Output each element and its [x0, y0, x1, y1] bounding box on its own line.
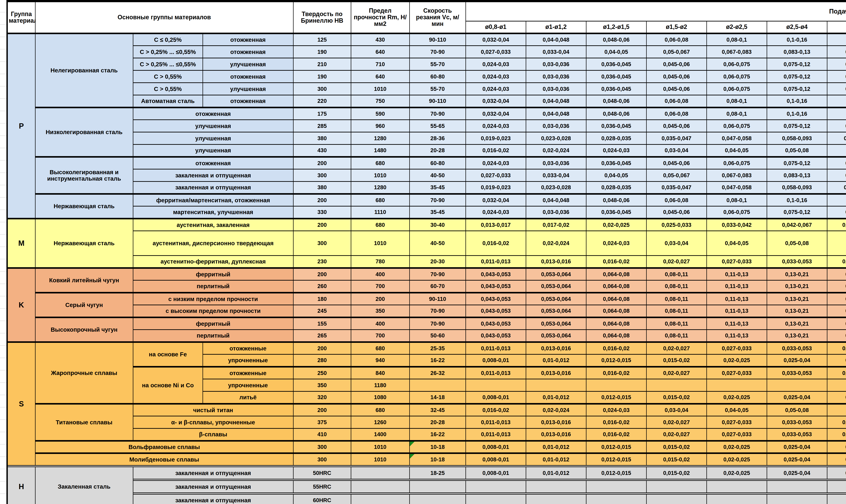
feed-cell: 0,04-0,05: [827, 467, 846, 479]
feed-cell: 0,03-0,036: [526, 70, 586, 83]
feed-cell: 0,011-0,013: [465, 342, 526, 354]
material-label-cell: β-сплавы: [133, 428, 293, 441]
rm-cell: 1260: [351, 416, 409, 428]
feed-cell: 0,02-0,025: [586, 218, 646, 231]
feed-cell: 0,075-0,12: [767, 70, 827, 83]
feed-cell: 0,016-0,02: [465, 231, 526, 255]
feed-cell: 0,024-0,03: [465, 120, 526, 132]
feed-cell: 0,08-0,11: [646, 293, 707, 305]
feed-cell: 0,064-0,08: [586, 268, 646, 280]
rm-cell: [351, 494, 409, 504]
hb-cell: 175: [293, 107, 351, 120]
material-label-cell: отожженная: [133, 157, 293, 169]
feed-cell: 0,08-0,1: [707, 107, 767, 120]
hb-cell: 245: [293, 305, 351, 317]
table-row: Серый чугунс низким пределом прочности18…: [7, 293, 846, 305]
material-label-cell: закаленная и отпущенная: [133, 181, 293, 194]
vc-cell: 16-22: [409, 428, 465, 441]
feed-cell: 0,045-0,06: [646, 120, 707, 132]
feed-cell: 0,03-0,036: [526, 120, 586, 132]
hb-cell: 50HRC: [293, 467, 351, 479]
hb-cell: 125: [293, 33, 351, 46]
feed-cell: 0,015-0,02: [646, 453, 707, 465]
feed-cell: [767, 379, 827, 391]
gap-cell: [133, 479, 846, 481]
feed-cell: 0,08-0,11: [646, 317, 707, 330]
comment-marker-icon: [410, 442, 415, 446]
feed-cell: 0,058-0,093: [767, 181, 827, 194]
feed-cell: 0,067-0,083: [707, 46, 767, 58]
feed-cell: 0,012-0,015: [586, 354, 646, 367]
feed-cell: 0,033-0,053: [767, 367, 827, 379]
feed-cell: 0,21-0,27: [827, 280, 846, 293]
vc-cell: [409, 494, 465, 504]
feed-cell: 0,053-0,064: [526, 268, 586, 280]
feed-cell: 0,024-0,03: [465, 70, 526, 83]
feed-cell: 0,04-0,05: [707, 404, 767, 416]
feed-cell: 0,02-0,025: [707, 453, 767, 465]
feed-cell: [707, 379, 767, 391]
feed-cell: 0,024-0,03: [465, 157, 526, 169]
feed-cell: 0,04-0,05: [707, 231, 767, 255]
feed-diameter-header: ø1,2-ø1,5: [586, 21, 646, 34]
material-label-cell: ферритная/мартенситная, отожженная: [133, 194, 293, 206]
feed-cell: 0,027-0,033: [707, 416, 767, 428]
feed-cell: 0,075-0,12: [767, 157, 827, 169]
feed-cell: 0,11-0,13: [707, 305, 767, 317]
material-label-cell: улучшенная: [133, 120, 293, 132]
vc-cell: 40-50: [409, 169, 465, 181]
feed-cell: 0,053-0,064: [526, 280, 586, 293]
material-label-cell: Титановые сплавы: [35, 404, 133, 441]
feed-cell: 0,024-0,03: [586, 144, 646, 157]
material-label-cell: упрочненные: [203, 379, 293, 391]
feed-cell: 0,043-0,053: [465, 268, 526, 280]
table-row: MНержавеющая стальаустенитная, закаленна…: [7, 218, 846, 231]
feed-cell: 0,045-0,06: [646, 58, 707, 70]
feed-cell: 0,13-0,21: [767, 293, 827, 305]
feed-cell: [827, 494, 846, 504]
feed-cell: 0,08-0,11: [646, 268, 707, 280]
feed-cell: 0,033-0,04: [526, 46, 586, 58]
material-label-cell: ферритный: [133, 268, 293, 280]
vc-cell: 26-32: [409, 367, 465, 379]
feed-cell: 0,048-0,06: [586, 95, 646, 107]
hb-cell: 300: [293, 231, 351, 255]
feed-cell: [707, 481, 767, 493]
feed-cell: 0,013-0,016: [526, 342, 586, 354]
rm-cell: 680: [351, 157, 409, 169]
table-row: β-сплавы410140016-220,011-0,0130,013-0,0…: [7, 428, 846, 441]
feed-cell: 0,045-0,06: [646, 70, 707, 83]
hb-cell: 180: [293, 293, 351, 305]
hb-cell: 285: [293, 120, 351, 132]
hb-cell: 190: [293, 46, 351, 58]
hb-cell: 200: [293, 342, 351, 354]
feed-cell: 0,027-0,033: [465, 46, 526, 58]
feed-cell: 0,04-0,05: [586, 169, 646, 181]
feed-cell: 0,025-0,04: [767, 391, 827, 404]
feed-cell: 0,11-0,13: [707, 268, 767, 280]
feed-cell: 0,043-0,053: [465, 280, 526, 293]
feed-cell: [465, 494, 526, 504]
vc-cell: 90-110: [409, 293, 465, 305]
feed-diameter-header: ø1,5-ø2: [646, 21, 707, 34]
material-label-cell: отожженная: [203, 46, 293, 58]
rm-cell: 350: [351, 305, 409, 317]
feed-cell: [465, 481, 526, 493]
feed-cell: 0,11-0,13: [707, 280, 767, 293]
group-letter-cell: S: [7, 342, 35, 465]
feed-cell: 0,024-0,03: [465, 206, 526, 218]
hb-cell: 300: [293, 453, 351, 465]
feed-cell: 0,01-0,012: [526, 391, 586, 404]
feed-cell: 0,012-0,015: [586, 467, 646, 479]
rm-cell: 960: [351, 120, 409, 132]
material-label-cell: C > 0,55%: [133, 83, 203, 95]
rm-cell: 680: [351, 342, 409, 354]
vc-cell: 18-25: [409, 467, 465, 479]
feed-cell: 0,012-0,015: [586, 441, 646, 453]
feed-cell: 0,13-0,21: [767, 305, 827, 317]
feed-cell: 0,16-0,2: [827, 107, 846, 120]
feed-cell: 0,011-0,013: [465, 255, 526, 268]
feed-cell: 0,13-0,21: [767, 317, 827, 330]
feed-cell: 0,036-0,045: [586, 206, 646, 218]
material-label-cell: аустенитно-ферритная, дуплексная: [133, 255, 293, 268]
